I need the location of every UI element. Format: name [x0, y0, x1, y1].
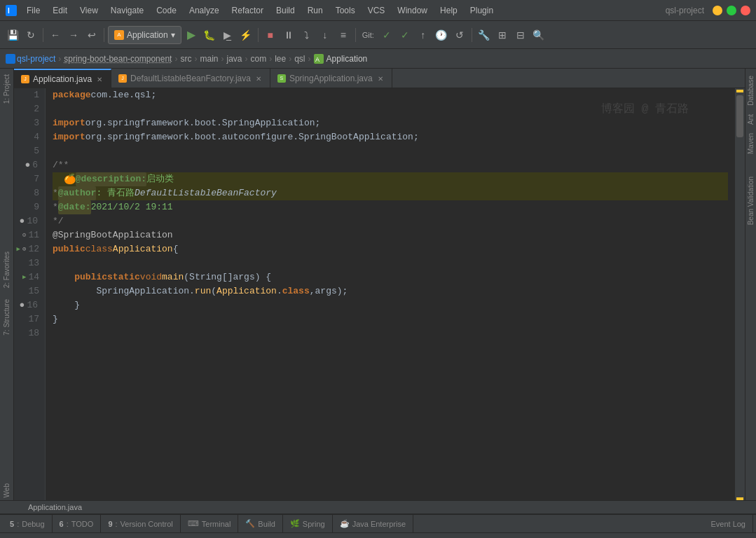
- breadcrumb-sep-8: ›: [308, 54, 311, 64]
- code-line-16: }: [53, 298, 728, 312]
- java-file-icon-2: J: [118, 74, 127, 83]
- right-scrollbar[interactable]: [735, 88, 745, 500]
- tab-close-application[interactable]: ✕: [95, 75, 104, 83]
- menu-edit[interactable]: Edit: [47, 4, 73, 17]
- menu-refactor[interactable]: Refactor: [226, 4, 269, 17]
- step-into-button[interactable]: ↓: [317, 27, 334, 43]
- breadcrumb-src[interactable]: src: [180, 54, 191, 64]
- code-line-1: package com.lee.qsl;: [53, 88, 728, 102]
- menu-window[interactable]: Window: [392, 4, 433, 17]
- breadcrumb-sep-5: ›: [245, 54, 248, 64]
- split-button[interactable]: ⊟: [512, 27, 529, 43]
- forward-button[interactable]: →: [65, 27, 82, 43]
- breadcrumb-sep-3: ›: [194, 54, 197, 64]
- right-tab-database[interactable]: Database: [745, 71, 756, 110]
- git-status: Git:: [359, 29, 377, 41]
- scroll-thumb[interactable]: [736, 95, 743, 137]
- menu-help[interactable]: Help: [434, 4, 463, 17]
- breadcrumb-class[interactable]: Application: [327, 54, 368, 64]
- bottom-tab-version-control[interactable]: 9 : Version Control: [101, 515, 180, 533]
- sidebar-project-tab[interactable]: 1: Project: [1, 71, 12, 106]
- menu-analyze[interactable]: Analyze: [184, 4, 225, 17]
- breadcrumb-lee[interactable]: lee: [275, 54, 286, 64]
- coverage-button[interactable]: ▶̲: [219, 27, 236, 43]
- code-line-2: [53, 102, 728, 116]
- step-over-button[interactable]: ⤵: [298, 27, 315, 43]
- breadcrumb-qsl[interactable]: qsl: [294, 54, 305, 64]
- breadcrumb-sep-7: ›: [289, 54, 291, 64]
- git-history-button[interactable]: 🕐: [433, 27, 450, 43]
- menu-bar: File Edit View Navigate Code Analyze Ref…: [21, 4, 499, 17]
- menu-run[interactable]: Run: [302, 4, 329, 17]
- code-content[interactable]: 博客园 @ 青石路 package com.lee.qsl; import or…: [46, 88, 735, 500]
- breadcrumb-main[interactable]: main: [200, 54, 218, 64]
- bottom-tab-build[interactable]: 🔨 Build: [238, 515, 282, 533]
- bottom-tab-todo[interactable]: 6 : TODO: [53, 515, 102, 533]
- bottom-tab-java-enterprise[interactable]: ☕ Java Enterprise: [333, 515, 413, 533]
- git-rollback-button[interactable]: ↺: [451, 27, 468, 43]
- breadcrumb-com[interactable]: com: [251, 54, 267, 64]
- vc-tab-label: Version Control: [121, 520, 173, 528]
- save-all-button[interactable]: 💾: [4, 27, 21, 43]
- sync-button[interactable]: ↻: [22, 27, 39, 43]
- right-tab-bean-validation[interactable]: Bean Validation: [745, 172, 756, 229]
- breadcrumb-project[interactable]: qsl-project: [17, 54, 55, 64]
- maximize-button[interactable]: □: [727, 6, 736, 15]
- menu-file[interactable]: File: [21, 4, 46, 17]
- tab-close-defaultlistable[interactable]: ✕: [254, 74, 263, 83]
- undo-button[interactable]: ↩: [83, 27, 100, 43]
- sidebar-structure-tab[interactable]: 7: Structure: [1, 296, 12, 338]
- wrench-button[interactable]: 🔧: [476, 27, 493, 43]
- stop-button[interactable]: ■: [262, 27, 279, 43]
- git-push-button[interactable]: ✓: [397, 27, 413, 43]
- git-check-button[interactable]: ✓: [378, 27, 395, 43]
- search-button[interactable]: 🔍: [530, 27, 547, 43]
- debug-button[interactable]: 🐛: [201, 27, 218, 43]
- menu-code[interactable]: Code: [151, 4, 182, 17]
- breadcrumb-java[interactable]: java: [226, 54, 242, 64]
- code-line-5: [53, 144, 728, 158]
- code-line-15: SpringApplication.run(Application.class,…: [53, 284, 728, 298]
- tab-application-java[interactable]: J Application.java ✕: [14, 69, 111, 88]
- minimize-button[interactable]: ─: [713, 6, 722, 15]
- tab-label-application: Application.java: [33, 74, 92, 84]
- bottom-tab-debug[interactable]: 5 : Debug: [3, 515, 53, 533]
- bottom-tab-terminal[interactable]: ⌨ Terminal: [181, 515, 239, 533]
- svg-text:A: A: [315, 56, 319, 63]
- menu-vcs[interactable]: VCS: [362, 4, 391, 17]
- file-tabs: J Application.java ✕ J DefaultListableBe…: [14, 69, 745, 88]
- breadcrumb-module[interactable]: spring-boot-bean-component: [64, 54, 172, 64]
- tab-defaultlistable-java[interactable]: J DefaultListableBeanFactory.java ✕: [111, 69, 270, 88]
- bottom-tabs: 5 : Debug 6 : TODO 9 : Version Control ⌨…: [0, 514, 756, 532]
- tab-springapplication-java[interactable]: S SpringApplication.java ✕: [270, 69, 392, 88]
- sidebar-favorites-tab[interactable]: 2: Favorites: [1, 249, 12, 291]
- code-line-12: public class Application {: [53, 242, 728, 256]
- menu-navigate[interactable]: Navigate: [105, 4, 149, 17]
- tab-close-springapplication[interactable]: ✕: [376, 74, 385, 83]
- run-button[interactable]: ▶: [183, 27, 200, 43]
- sidebar-web-tab[interactable]: Web: [1, 481, 12, 500]
- close-button[interactable]: ✕: [741, 6, 750, 15]
- git-update-button[interactable]: ↑: [415, 27, 432, 43]
- right-tab-maven[interactable]: Maven: [745, 129, 756, 158]
- right-tab-ant[interactable]: Ant: [745, 110, 756, 129]
- bottom-panel-label: Application.java: [0, 500, 756, 514]
- status-bar: All files are up-to-date (7 minutes ago)…: [0, 532, 756, 538]
- terminal-icon: ⌨: [188, 519, 199, 528]
- layout-button[interactable]: ⊞: [494, 27, 511, 43]
- bottom-tab-spring[interactable]: 🌿 Spring: [283, 515, 333, 533]
- scroll-marker-bottom: [736, 497, 743, 500]
- menu-view[interactable]: View: [74, 4, 104, 17]
- event-log-tab[interactable]: Event Log: [703, 515, 753, 533]
- evaluate-button[interactable]: ≡: [335, 27, 352, 43]
- toolbar-separator-3: [258, 28, 259, 42]
- menu-plugin[interactable]: Plugin: [465, 4, 499, 17]
- menu-tools[interactable]: Tools: [330, 4, 361, 17]
- run-config-dropdown[interactable]: A Application ▾: [108, 26, 181, 44]
- profile-button[interactable]: ⚡: [238, 27, 254, 43]
- resume-button[interactable]: ⏸: [280, 27, 297, 43]
- menu-build[interactable]: Build: [270, 4, 301, 17]
- back-button[interactable]: ←: [47, 27, 64, 43]
- code-editor: 1 2 3 4 5 ●6 7 8 9 ●10 ⚙11 ▶⊙12 13 ▶14 1…: [14, 88, 745, 500]
- toolbar-separator-4: [355, 28, 356, 42]
